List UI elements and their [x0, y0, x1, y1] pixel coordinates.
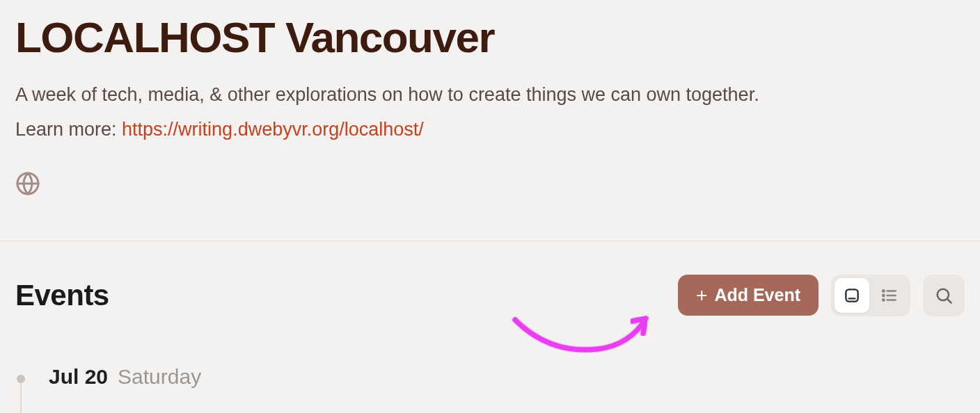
list-view-icon: [880, 286, 899, 305]
view-toggle-group: [831, 275, 910, 316]
events-controls: + Add Event: [678, 275, 965, 316]
globe-icon[interactable]: [15, 186, 40, 198]
plus-icon: +: [696, 286, 707, 305]
svg-point-6: [883, 295, 884, 296]
add-event-label: Add Event: [714, 285, 800, 305]
timeline-line: [20, 383, 22, 413]
card-view-button[interactable]: [835, 278, 869, 313]
events-heading: Events: [15, 279, 109, 312]
timeline-date-row: Jul 20 Saturday: [15, 365, 965, 389]
learn-more-line: Learn more: https://writing.dwebyvr.org/…: [0, 110, 980, 145]
learn-more-link[interactable]: https://writing.dwebyvr.org/localhost/: [122, 119, 424, 140]
timeline-day: Saturday: [118, 365, 201, 389]
page-description: A week of tech, media, & other explorati…: [0, 61, 980, 110]
svg-point-8: [883, 299, 884, 300]
search-icon: [934, 286, 954, 305]
search-button[interactable]: [923, 275, 965, 316]
timeline-dot: [17, 375, 25, 383]
list-view-button[interactable]: [872, 278, 907, 313]
page-title: LOCALHOST Vancouver: [0, 0, 980, 61]
timeline-date: Jul 20: [49, 365, 108, 389]
events-timeline: Jul 20 Saturday: [0, 316, 980, 389]
add-event-button[interactable]: + Add Event: [678, 275, 819, 316]
events-header-bar: Events + Add Event: [0, 241, 980, 316]
svg-rect-2: [846, 289, 858, 301]
svg-point-4: [883, 290, 884, 291]
card-view-icon: [843, 286, 861, 305]
svg-line-11: [947, 299, 951, 303]
learn-more-label: Learn more:: [15, 119, 122, 140]
